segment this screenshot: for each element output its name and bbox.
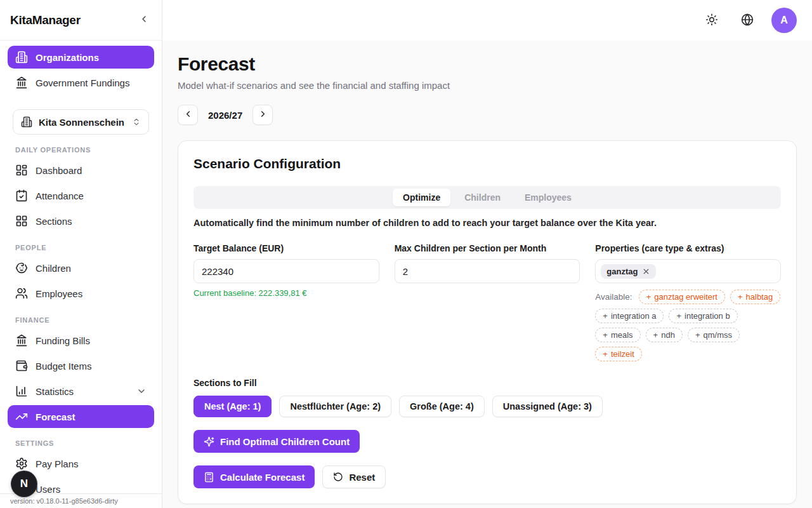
- remove-chip-icon[interactable]: [642, 267, 650, 276]
- fields-grid: Target Balance (EUR) Current baseline: 2…: [193, 243, 781, 361]
- available-property-chip-meals[interactable]: +meals: [595, 328, 640, 342]
- find-optimal-button[interactable]: Find Optimal Children Count: [193, 430, 360, 453]
- sidebar-item-label: Users: [36, 484, 60, 495]
- sections-to-fill-label: Sections to Fill: [193, 378, 781, 388]
- gear-icon: [15, 457, 28, 470]
- chip-label: meals: [611, 330, 633, 340]
- plus-icon: +: [738, 292, 743, 302]
- available-property-chip-teilzeit[interactable]: +teilzeit: [595, 347, 641, 361]
- available-property-chip-integration-a[interactable]: +integration a: [595, 309, 664, 323]
- sidebar-item-funding-bills[interactable]: Funding Bills: [8, 329, 154, 352]
- year-navigation: 2026/27: [178, 105, 797, 125]
- sidebar-collapse-button[interactable]: [139, 14, 149, 26]
- tab-optimize[interactable]: Optimize: [393, 189, 450, 206]
- sidebar-item-label: Government Fundings: [36, 77, 129, 88]
- year-label: 2026/27: [208, 110, 242, 121]
- trending-up-icon: [15, 410, 28, 423]
- nav-group-label-people: PEOPLE: [15, 244, 147, 251]
- scenario-configuration-card: Scenario Configuration OptimizeChildrenE…: [178, 140, 797, 504]
- sidebar-item-label: Statistics: [36, 386, 74, 397]
- sidebar-item-attendance[interactable]: Attendance: [8, 184, 154, 207]
- target-balance-label: Target Balance (EUR): [193, 243, 379, 253]
- language-button[interactable]: [736, 9, 759, 32]
- next-year-button[interactable]: [252, 105, 273, 125]
- plus-icon: +: [695, 330, 700, 340]
- sidebar-item-government-fundings[interactable]: Government Fundings: [8, 71, 154, 94]
- calculate-label: Calculate Forecast: [220, 472, 304, 483]
- chip-label: qm/mss: [704, 330, 733, 340]
- section-option-unassigned-age-3[interactable]: Unassigned (Age: 3): [492, 396, 603, 417]
- available-property-chip-halbtag[interactable]: +halbtag: [730, 290, 780, 304]
- properties-input[interactable]: ganztag: [595, 259, 781, 283]
- sidebar-item-employees[interactable]: Employees: [8, 282, 154, 305]
- sidebar-item-sections[interactable]: Sections: [8, 210, 154, 232]
- chip-label: ndh: [661, 330, 675, 340]
- prev-year-button[interactable]: [178, 105, 198, 125]
- sidebar-item-dashboard[interactable]: Dashboard: [8, 159, 154, 182]
- tab-employees[interactable]: Employees: [514, 189, 582, 206]
- properties-field: Properties (care type & extras) ganztag …: [595, 243, 781, 361]
- tab-bar: OptimizeChildrenEmployees: [193, 186, 781, 209]
- plus-icon: +: [603, 330, 608, 340]
- section-option-gro-e-age-4[interactable]: Große (Age: 4): [399, 396, 485, 417]
- plus-icon: +: [603, 349, 608, 359]
- sidebar-item-label: Organizations: [36, 52, 99, 63]
- card-title: Scenario Configuration: [193, 156, 781, 171]
- grid-icon: [15, 215, 28, 227]
- building-icon: [15, 51, 28, 64]
- sidebar-header: KitaManager: [0, 0, 162, 41]
- sidebar-item-children[interactable]: Children: [8, 257, 154, 279]
- sidebar-item-label: Forecast: [36, 411, 75, 422]
- sidebar-item-label: Budget Items: [36, 361, 91, 371]
- plus-icon: +: [653, 330, 658, 340]
- target-balance-field: Target Balance (EUR) Current baseline: 2…: [193, 243, 379, 361]
- nav-group-label-daily-operations: DAILY OPERATIONS: [15, 146, 147, 154]
- sidebar-item-organizations[interactable]: Organizations: [8, 46, 154, 69]
- wallet-icon: [15, 359, 28, 372]
- sidebar-item-label: Employees: [36, 288, 82, 299]
- plus-icon: +: [603, 311, 608, 321]
- max-children-label: Max Children per Section per Month: [395, 243, 580, 253]
- sidebar-item-budget-items[interactable]: Budget Items: [8, 354, 154, 377]
- selected-property-chip-ganztag: ganztag: [601, 264, 656, 279]
- available-property-chip-integration-b[interactable]: +integration b: [669, 309, 737, 323]
- sidebar-nav: OrganizationsGovernment FundingsKita Son…: [0, 41, 162, 500]
- baseline-helper-text: Current baseline: 222.339,81 €: [193, 288, 379, 298]
- page-content: Forecast Model what-if scenarios and see…: [162, 41, 812, 508]
- chevron-left-icon: [183, 109, 193, 121]
- sidebar: KitaManager OrganizationsGovernment Fund…: [0, 0, 162, 508]
- main-area: A Forecast Model what-if scenarios and s…: [162, 0, 812, 508]
- reset-button[interactable]: Reset: [322, 465, 386, 488]
- chevron-left-icon: [139, 14, 149, 26]
- chip-label: halbtag: [746, 292, 773, 302]
- available-property-chip-ganztag-erweitert[interactable]: +ganztag erweitert: [639, 290, 725, 304]
- section-option-nest-age-1[interactable]: Nest (Age: 1): [193, 396, 272, 417]
- sidebar-item-statistics[interactable]: Statistics: [8, 380, 154, 403]
- max-children-input[interactable]: [395, 259, 580, 283]
- reset-icon: [333, 472, 343, 482]
- available-property-chip-ndh[interactable]: +ndh: [646, 328, 683, 342]
- chip-label: ganztag erweitert: [654, 292, 717, 302]
- target-balance-input[interactable]: [193, 259, 379, 283]
- properties-label: Properties (care type & extras): [595, 243, 781, 253]
- section-option-nestfl-chter-age-2[interactable]: Nestflüchter (Age: 2): [279, 396, 391, 417]
- building-icon: [21, 116, 32, 128]
- available-property-chip-qm-mss[interactable]: +qm/mss: [688, 328, 740, 342]
- sections-to-fill-options: Nest (Age: 1)Nestflüchter (Age: 2)Große …: [193, 396, 781, 417]
- page-subtitle: Model what-if scenarios and see the fina…: [178, 80, 797, 91]
- sidebar-item-forecast[interactable]: Forecast: [8, 405, 154, 428]
- sidebar-item-label: Pay Plans: [36, 458, 79, 469]
- sidebar-item-label: Sections: [36, 216, 72, 227]
- tab-children[interactable]: Children: [454, 189, 511, 206]
- users-icon: [15, 287, 28, 300]
- theme-toggle-button[interactable]: [700, 9, 723, 32]
- sidebar-item-label: Funding Bills: [36, 335, 90, 346]
- landmark-icon: [15, 334, 28, 347]
- sidebar-item-pay-plans[interactable]: Pay Plans: [8, 452, 154, 475]
- calculate-forecast-button[interactable]: Calculate Forecast: [193, 465, 315, 488]
- devtools-badge[interactable]: N: [11, 471, 37, 497]
- organization-selector[interactable]: Kita Sonnenschein: [13, 109, 149, 135]
- calculator-icon: [204, 472, 214, 483]
- sidebar-item-label: Attendance: [36, 190, 84, 201]
- avatar[interactable]: A: [771, 8, 797, 33]
